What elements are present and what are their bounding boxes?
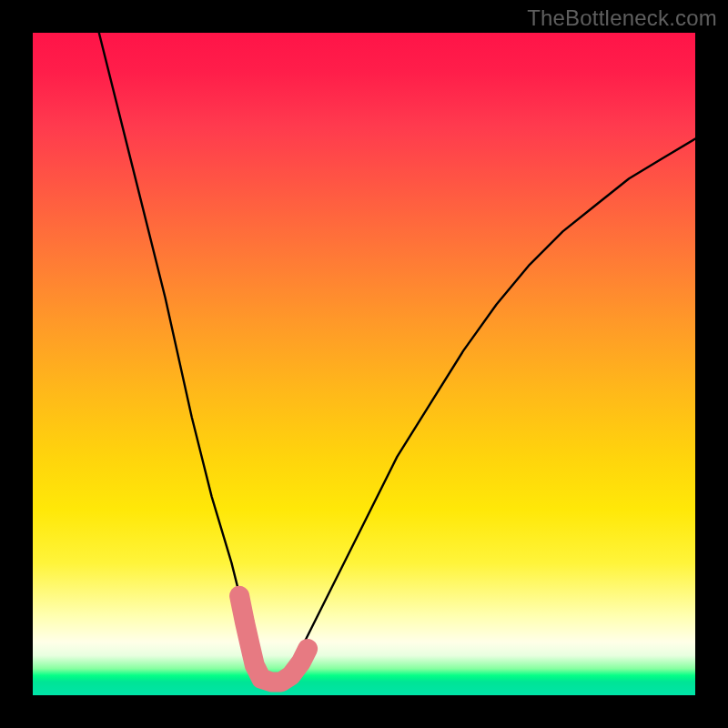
highlight-stroke (239, 596, 308, 682)
chart-frame: TheBottleneck.com (0, 0, 728, 728)
watermark-text: TheBottleneck.com (527, 5, 717, 31)
curve-layer (33, 33, 695, 695)
bottleneck-curve (99, 33, 695, 682)
highlight-range (239, 596, 308, 682)
plot-area (33, 33, 695, 695)
